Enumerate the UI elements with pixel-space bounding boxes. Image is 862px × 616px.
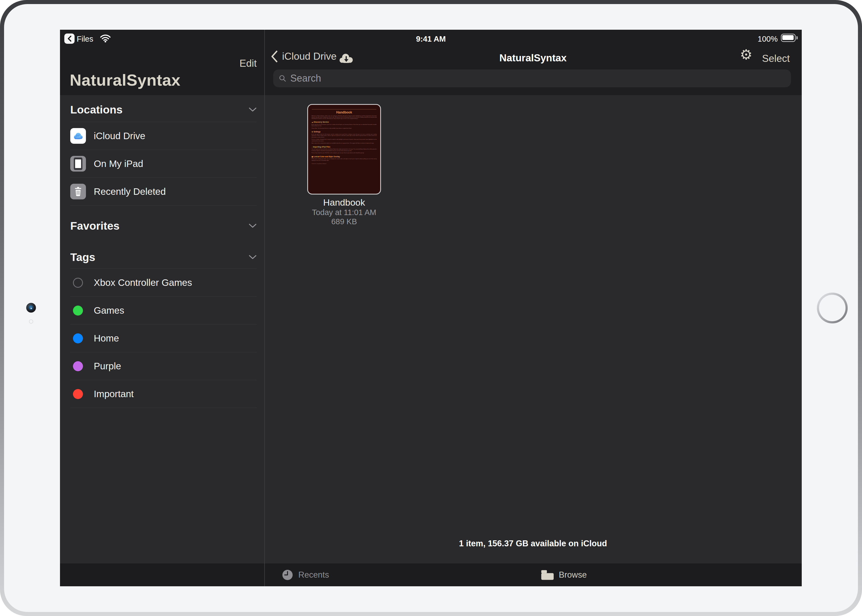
tag-label: Games: [94, 305, 124, 316]
doc-heading: ☁Discovery Service: [311, 121, 377, 123]
sidebar-section-tags[interactable]: Tags: [70, 251, 257, 264]
doc-paragraph: Pro tip: a number of people like to setu…: [311, 139, 377, 142]
doc-title: Handbook: [311, 110, 377, 114]
gear-icon: ⚙: [311, 131, 313, 133]
wifi-icon: [100, 34, 111, 43]
doc-footer: Thanks for using Natural Syntax!: [311, 163, 377, 164]
chevron-down-icon[interactable]: [249, 223, 257, 228]
home-button-face: [819, 295, 846, 321]
search-icon: [278, 74, 286, 82]
sidebar-tag-home[interactable]: Home: [70, 324, 257, 352]
tag-label: Purple: [94, 361, 121, 371]
back-to-app-label[interactable]: Files: [77, 35, 93, 44]
tag-label: Important: [94, 388, 134, 399]
icloud-drive-icon: [70, 128, 86, 144]
tab-browse[interactable]: Browse: [541, 564, 587, 586]
sidebar-item-icloud-drive[interactable]: iCloud Drive: [70, 122, 257, 150]
locations-list: iCloud Drive On My iPad Recently Deleted: [70, 122, 257, 206]
tag-circle-icon: [73, 278, 83, 288]
edit-button[interactable]: Edit: [70, 58, 257, 69]
doc-paragraph: Note: some of the customization options …: [311, 143, 377, 144]
status-bar-time: 9:41 AM: [264, 35, 598, 44]
gear-icon[interactable]: ⚙: [740, 47, 753, 61]
tag-circle-icon: [73, 333, 83, 343]
doc-paragraph: Pro tip: If you only have your ePub file…: [311, 152, 377, 154]
camera-glint: [30, 308, 32, 309]
select-button[interactable]: Select: [762, 53, 790, 64]
sidebar-section-favorites[interactable]: Favorites: [70, 219, 257, 233]
doc-heading: ↓Importing ePub Files: [311, 146, 377, 148]
tag-circle-icon: [73, 306, 83, 316]
doc-paragraph: You can import your own ePub files into …: [311, 149, 377, 152]
doc-paragraph: Please Note: The Discovery Service is on…: [311, 128, 377, 129]
doc-paragraph: Welcome to Natural Syntax, within it you…: [311, 115, 377, 120]
sidebar-tag-xbox-controller-games[interactable]: Xbox Controller Games: [70, 269, 257, 297]
home-button[interactable]: [817, 292, 848, 324]
section-title: Locations: [70, 104, 123, 116]
cloud-icon: ☁: [311, 121, 313, 123]
ambient-light-sensor: [29, 319, 33, 324]
tab-bar-background: [60, 564, 802, 586]
file-thumbnail-handbook[interactable]: Handbook Welcome to Natural Syntax, with…: [307, 104, 381, 195]
tag-label: Xbox Controller Games: [94, 277, 192, 288]
doc-paragraph: While you're reading your book, you can …: [311, 158, 377, 161]
item-count-status: 1 item, 156.37 GB available on iCloud: [264, 539, 802, 548]
tag-circle-icon: [73, 361, 83, 371]
sidebar-tag-important[interactable]: Important: [70, 380, 257, 408]
page-title: NaturalSyntax: [264, 52, 802, 64]
file-modified-label: Today at 11:01 AM: [299, 208, 389, 217]
import-icon: ↓: [311, 146, 312, 148]
battery-percent-label: 100%: [752, 35, 778, 44]
doc-heading: ⚙Settings: [311, 131, 377, 133]
sidebar-divider: [264, 30, 265, 586]
overlay-icon: ▦: [311, 156, 313, 157]
front-camera-icon: [26, 303, 36, 313]
sidebar-tag-games[interactable]: Games: [70, 297, 257, 324]
folder-icon: [541, 569, 554, 580]
sidebar-item-on-my-ipad[interactable]: On My iPad: [70, 150, 257, 178]
search-input[interactable]: [290, 73, 785, 84]
chevron-left-icon: [67, 35, 72, 42]
battery-icon: [781, 34, 796, 42]
tags-list: Xbox Controller Games Games Home Purple …: [70, 269, 257, 408]
sidebar-app-title: NaturalSyntax: [70, 71, 181, 90]
trash-icon: [70, 184, 86, 200]
doc-paragraph: At the top right of both the file browse…: [311, 134, 377, 138]
battery-nub: [796, 36, 798, 39]
file-size-label: 689 KB: [307, 217, 381, 226]
tag-label: Home: [94, 333, 119, 344]
file-name-label[interactable]: Handbook: [307, 197, 381, 208]
tab-recents[interactable]: Recents: [282, 564, 329, 586]
section-title: Favorites: [70, 220, 120, 233]
clock-icon: [282, 569, 293, 581]
tag-circle-icon: [73, 389, 83, 399]
sidebar-tag-purple[interactable]: Purple: [70, 352, 257, 380]
sidebar-item-label: Recently Deleted: [94, 186, 166, 197]
doc-heading: ▦Lexical Color and Style Overlay: [311, 156, 377, 157]
chevron-down-icon[interactable]: [249, 107, 257, 112]
tab-label: Browse: [559, 570, 587, 580]
files-app-screen: Files 9:41 AM 100% Edit NaturalSyntax Lo…: [60, 30, 802, 586]
section-title: Tags: [70, 251, 95, 264]
chevron-down-icon[interactable]: [249, 255, 257, 260]
search-bar[interactable]: [273, 69, 791, 87]
sidebar-item-label: iCloud Drive: [94, 130, 145, 141]
back-to-app-button[interactable]: [64, 33, 75, 44]
sidebar-section-locations[interactable]: Locations: [70, 103, 257, 116]
tab-label: Recents: [298, 570, 329, 580]
sidebar-item-label: On My iPad: [94, 158, 143, 169]
doc-paragraph: At the top left of the file browser, you…: [311, 124, 377, 127]
ipad-icon: [70, 156, 86, 171]
sidebar-item-recently-deleted[interactable]: Recently Deleted: [70, 178, 257, 206]
battery-fill: [782, 35, 794, 40]
